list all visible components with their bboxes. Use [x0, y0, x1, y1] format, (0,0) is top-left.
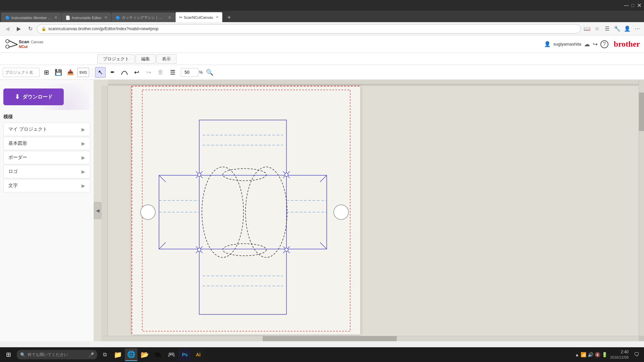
canvas-area: ◀ — [94, 80, 644, 341]
svg-text:NCut: NCut — [19, 45, 28, 49]
tab-favicon-2: 📄 — [65, 15, 70, 20]
undo-button[interactable]: ↩ — [131, 67, 142, 78]
brother-brand-logo: brother — [614, 40, 640, 49]
logo-svg: Scan NCut Canvas — [4, 38, 48, 51]
reader-view-button[interactable]: 📖 — [583, 25, 591, 33]
horizontal-scrollbar[interactable] — [101, 336, 639, 341]
svg-line-3 — [9, 45, 17, 47]
svg-text:Canvas: Canvas — [31, 40, 44, 44]
forward-button[interactable]: ▶ — [14, 24, 23, 34]
svg-point-34 — [198, 248, 201, 251]
reload-button[interactable]: ↻ — [25, 24, 35, 34]
tab-favicon-3: 🔷 — [115, 15, 120, 20]
sidebar-menu-list: マイ プロジェクト ▶ 基本図形 ▶ ボーダー ▶ ロゴ ▶ 文字 ▶ — [3, 123, 90, 192]
tab-close-2[interactable]: ✕ — [104, 15, 107, 20]
browser-tab-4[interactable]: ✂ ScanNCutCanvas ✕ — [175, 12, 222, 22]
tab-close-3[interactable]: ✕ — [168, 15, 171, 20]
tray-battery-icon: 🔋 — [602, 352, 607, 357]
tab-favicon-4: ✂ — [179, 15, 182, 20]
vertical-scrollbar[interactable] — [639, 80, 644, 336]
sidebar-collapse-button[interactable]: ◀ — [94, 202, 101, 219]
sidebar-item-basic-shapes[interactable]: 基本図形 ▶ — [3, 137, 90, 150]
redo-button[interactable]: ↪ — [143, 67, 154, 78]
app-logo: Scan NCut Canvas — [4, 38, 51, 51]
browser-menu-button[interactable]: ☰ — [603, 25, 611, 33]
svg-button[interactable]: SVG — [77, 68, 89, 77]
taskbar-app-store[interactable]: 🛍 — [152, 348, 164, 361]
taskbar-search-placeholder: 何でも聞いてください — [28, 352, 68, 358]
system-tray: ▲ 📶 🔊 🔇 🔋 — [575, 352, 607, 357]
export-button[interactable]: ↩ — [593, 41, 598, 48]
taskbar: ⊞ 🔍 何でも聞いてください 🎤 ⧉ 📁 🌐 📂 🛍 🎮 Ps Ai ▲ 📶 🔊… — [0, 347, 644, 362]
tab-label-2: Instructable Editor — [72, 16, 102, 20]
tray-mute-icon: 🔇 — [595, 352, 600, 357]
scrollbar-corner — [639, 336, 644, 341]
design-canvas[interactable] — [132, 86, 360, 335]
menu-edit[interactable]: 編集 — [136, 54, 156, 64]
taskbar-app-illustrator[interactable]: Ai — [192, 348, 205, 361]
profile-button[interactable]: 👤 — [623, 25, 631, 33]
sidebar-item-logo[interactable]: ロゴ ▶ — [3, 165, 90, 178]
sidebar-item-my-projects[interactable]: マイ プロジェクト ▶ — [3, 123, 90, 136]
svg-point-37 — [334, 205, 348, 220]
taskbar-search-icon: 🔍 — [20, 352, 25, 357]
zoom-input[interactable] — [181, 68, 198, 77]
chevron-right-icon-2: ▶ — [82, 141, 85, 146]
browser-tab-3[interactable]: 🔷 カッティングマシン｜家庭用ミシ... ✕ — [112, 13, 175, 22]
address-bar-input[interactable]: 🔒 scanncutcanvas.brother.com/jp/Editor/I… — [37, 24, 581, 34]
extensions-button[interactable]: 🔧 — [613, 25, 621, 33]
cloud-save-button[interactable]: ☁ — [584, 41, 590, 48]
save-button[interactable]: 💾 — [53, 67, 64, 78]
bookmark-button[interactable]: ☆ — [593, 25, 601, 33]
taskbar-app-photoshop[interactable]: Ps — [178, 348, 191, 361]
grid-button[interactable]: ⊞ — [41, 67, 52, 78]
browser-tab-1[interactable]: 🔷 Instructables Member : cho... ✕ — [1, 13, 61, 22]
sidebar-item-text[interactable]: 文字 ▶ — [3, 179, 90, 192]
canvas-scroll-content — [101, 80, 639, 336]
tray-show-hidden[interactable]: ▲ — [575, 352, 579, 357]
tray-network-icon: 📶 — [581, 352, 586, 357]
sidebar-item-border[interactable]: ボーダー ▶ — [3, 151, 90, 164]
svg-line-2 — [9, 41, 17, 45]
help-button[interactable]: ? — [600, 40, 608, 48]
layers-button[interactable]: ☰ — [167, 67, 178, 78]
import-button[interactable]: 📥 — [65, 67, 76, 78]
new-tab-button[interactable]: + — [224, 13, 234, 22]
clock-time: 2:40 — [610, 350, 629, 355]
cutting-mat[interactable] — [131, 86, 360, 334]
taskbar-app-explorer[interactable]: 📁 — [111, 348, 124, 361]
delete-button[interactable]: 🗑 — [155, 67, 166, 78]
tab-close-1[interactable]: ✕ — [54, 15, 57, 20]
zoom-percent-label: % — [199, 70, 203, 75]
browser-tab-2[interactable]: 📄 Instructable Editor ✕ — [62, 13, 111, 22]
taskbar-mic-icon: 🎤 — [89, 352, 94, 357]
notification-button[interactable]: 🗨 — [631, 349, 642, 360]
taskbar-clock[interactable]: 2:40 2016/12/08 — [610, 350, 629, 360]
taskbar-search[interactable]: 🔍 何でも聞いてください 🎤 — [17, 350, 97, 359]
sidebar: ⬇ ダウンロード 模様 マイ プロジェクト ▶ 基本図形 ▶ ボーダー ▶ — [0, 80, 94, 341]
taskbar-app-edge[interactable]: 🌐 — [125, 348, 138, 361]
menu-view[interactable]: 表示 — [156, 54, 176, 64]
pen-tool[interactable]: ✒ — [107, 67, 118, 78]
more-button[interactable]: ⋯ — [633, 25, 641, 33]
project-name-input[interactable] — [3, 68, 40, 77]
app-header: Scan NCut Canvas 👤 sugiyamashita ☁ ↩ ? b… — [0, 36, 644, 53]
tab-label-1: Instructables Member : cho... — [11, 16, 52, 20]
header-right: 👤 sugiyamashita ☁ ↩ ? brother — [544, 40, 640, 49]
menu-project[interactable]: プロジェクト — [97, 54, 135, 64]
svg-point-1 — [6, 45, 9, 48]
taskbar-view-button[interactable]: ⧉ — [99, 349, 111, 361]
tab-close-4[interactable]: ✕ — [216, 15, 219, 19]
svg-point-35 — [285, 248, 288, 251]
back-button[interactable]: ◀ — [3, 24, 12, 34]
start-button[interactable]: ⊞ — [2, 348, 15, 361]
search-button[interactable]: 🔍 — [204, 67, 215, 78]
svg-point-36 — [141, 205, 155, 220]
select-tool[interactable]: ↖ — [95, 67, 106, 78]
taskbar-app-steam[interactable]: 🎮 — [165, 348, 178, 361]
curve-tool[interactable] — [119, 67, 130, 78]
ruler-vertical — [101, 86, 108, 336]
taskbar-app-files[interactable]: 📂 — [138, 348, 151, 361]
clock-date: 2016/12/08 — [610, 355, 629, 360]
toolbar: ⊞ 💾 📥 SVG ↖ ✒ ↩ ↪ 🗑 ☰ % 🔍 — [0, 65, 644, 80]
